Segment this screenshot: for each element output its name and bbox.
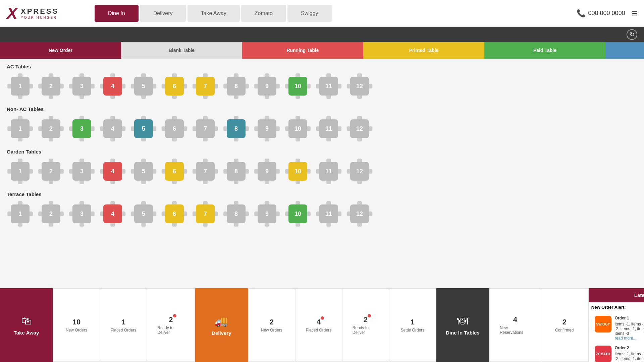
table-10[interactable]: 10 [284, 115, 311, 142]
table-shape: 7 [196, 77, 215, 96]
table-6[interactable]: 6 [161, 158, 188, 185]
table-3[interactable]: 3 [68, 158, 95, 185]
table-shape: 7 [196, 119, 215, 138]
table-5[interactable]: 5 [130, 158, 157, 185]
table-5[interactable]: 5 [130, 73, 157, 100]
table-shape: 12 [350, 119, 369, 138]
notif-title-1: Order 1 [615, 316, 644, 320]
table-5[interactable]: 5 [130, 200, 157, 227]
table-4[interactable]: 4 [99, 73, 126, 100]
table-4[interactable]: 4 [99, 158, 126, 185]
table-9[interactable]: 9 [254, 200, 280, 227]
table-2[interactable]: 2 [38, 73, 64, 100]
notif-items-2: items -1, items -2, items -3 items -1, i… [615, 352, 644, 361]
table-8[interactable]: 8 [223, 73, 250, 100]
table-11[interactable]: 11 [315, 200, 342, 227]
table-shape: 6 [165, 77, 184, 96]
nav-tabs: Dine In Delivery Take Away Zomato Swiggy [94, 5, 369, 22]
table-6[interactable]: 6 [161, 200, 188, 227]
table-8[interactable]: 8 [223, 115, 250, 142]
takeaway-tab[interactable]: 🛍 Take Away [0, 288, 53, 362]
table-6[interactable]: 6 [161, 115, 188, 142]
table-section-terrace-tables: Terrace Tables123456789101112 [7, 191, 644, 227]
tab-take-away[interactable]: Take Away [187, 5, 240, 22]
table-1[interactable]: 1 [7, 115, 34, 142]
table-4[interactable]: 4 [99, 115, 126, 142]
table-12[interactable]: 12 [346, 73, 373, 100]
delivery-tab[interactable]: 🚚 Delivery [195, 288, 248, 362]
table-8[interactable]: 8 [223, 158, 250, 185]
table-11[interactable]: 11 [315, 158, 342, 185]
takeaway-new-count: 10 [72, 318, 80, 326]
table-10[interactable]: 10 [284, 73, 311, 100]
table-10[interactable]: 10 [284, 200, 311, 227]
table-12[interactable]: 12 [346, 115, 373, 142]
takeaway-ready-count: 2 [169, 315, 173, 324]
table-9[interactable]: 9 [254, 115, 280, 142]
tab-swiggy[interactable]: Swiggy [287, 5, 332, 22]
status-blank-table[interactable]: Blank Table [121, 42, 242, 59]
table-shape: 3 [72, 162, 91, 181]
takeaway-ready-label: Ready to Deliver [157, 325, 184, 335]
table-shape: 1 [11, 77, 30, 96]
table-12[interactable]: 12 [346, 158, 373, 185]
table-shape: 9 [258, 77, 276, 96]
table-4[interactable]: 4 [99, 200, 126, 227]
main-content: New Order Blank Table Running Table Prin… [0, 42, 644, 362]
takeaway-placed-count: 1 [121, 318, 125, 326]
table-12[interactable]: 12 [346, 200, 373, 227]
status-paid-table[interactable]: Paid Table [484, 42, 605, 59]
status-running-kot[interactable]: Running KOT Table [605, 42, 644, 59]
table-2[interactable]: 2 [38, 158, 64, 185]
notif-title-2: Order 2 [615, 346, 644, 350]
swiggy-logo: SWIGGY [595, 316, 611, 333]
table-1[interactable]: 1 [7, 73, 34, 100]
table-7[interactable]: 7 [192, 200, 219, 227]
tab-zomato[interactable]: Zomato [241, 5, 286, 22]
table-2[interactable]: 2 [38, 200, 64, 227]
table-9[interactable]: 9 [254, 158, 280, 185]
dine-tab[interactable]: 🍽 Dine In Tables [436, 288, 489, 362]
table-10[interactable]: 10 [284, 158, 311, 185]
table-8[interactable]: 8 [223, 200, 250, 227]
refresh-button[interactable]: ↻ [627, 29, 637, 40]
delivery-settle: 1 Settle Orders [389, 289, 436, 362]
table-2[interactable]: 2 [38, 115, 64, 142]
table-1[interactable]: 1 [7, 158, 34, 185]
table-3[interactable]: 3 [68, 200, 95, 227]
table-shape: 8 [227, 204, 246, 223]
phone-icon: 📞 [577, 9, 586, 18]
table-shape: 9 [258, 204, 276, 223]
read-more-1[interactable]: read more... [615, 336, 637, 341]
status-new-order[interactable]: New Order [0, 42, 121, 59]
table-7[interactable]: 7 [192, 73, 219, 100]
status-printed-table[interactable]: Printed Table [363, 42, 484, 59]
logo-title: XPRESS [21, 7, 59, 16]
table-11[interactable]: 11 [315, 73, 342, 100]
tab-dine-in[interactable]: Dine In [95, 5, 139, 22]
status-running-table[interactable]: Running Table [242, 42, 363, 59]
table-3[interactable]: 3 [68, 73, 95, 100]
table-7[interactable]: 7 [192, 115, 219, 142]
notifications-panel: Latest Notifications New Order Alert: SW… [588, 288, 644, 362]
delivery-new-count: 2 [270, 318, 274, 326]
table-1[interactable]: 1 [7, 200, 34, 227]
table-5[interactable]: 5 [130, 115, 157, 142]
table-shape: 11 [319, 77, 338, 96]
table-shape: 4 [103, 204, 122, 223]
refresh-bar: ↻ [0, 27, 644, 42]
delivery-settle-label: Settle Orders [401, 328, 425, 333]
delivery-ready-label: Ready to Deliver [353, 325, 379, 335]
takeaway-placed-label: Placed Orders [111, 328, 137, 333]
table-11[interactable]: 11 [315, 115, 342, 142]
delivery-new-orders: 2 New Orders [248, 289, 295, 362]
hamburger-menu-icon[interactable]: ≡ [632, 8, 637, 19]
table-3[interactable]: 3 [68, 115, 95, 142]
delivery-icon: 🚚 [215, 315, 228, 327]
table-7[interactable]: 7 [192, 158, 219, 185]
tab-delivery[interactable]: Delivery [140, 5, 186, 22]
table-6[interactable]: 6 [161, 73, 188, 100]
table-section-garden-tables: Garden Tables123456789101112 [7, 149, 644, 185]
table-9[interactable]: 9 [254, 73, 280, 100]
delivery-placed-orders: 4 Placed Orders [295, 289, 342, 362]
